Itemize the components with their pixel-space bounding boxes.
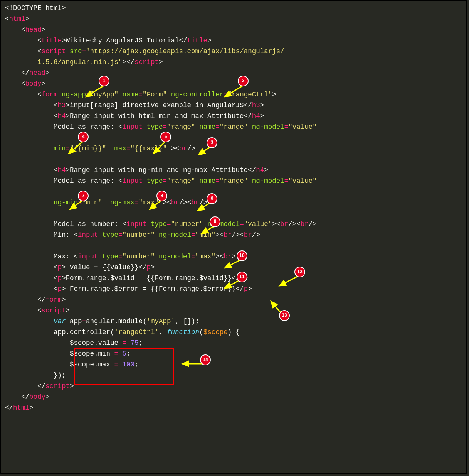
code-line: </body> [5,392,462,402]
code-line: <h4>Range input with html min and max At… [5,111,462,122]
code-line [5,186,462,197]
code-line: <p> value = {{value}}</p> [5,262,462,273]
code-line: <body> [5,78,462,89]
code-line: </html> [5,402,462,413]
code-line: $scope.max = 100; [5,359,462,370]
code-line: <script src="https://ajax.googleapis.com… [5,46,462,57]
code-line: <script> [5,305,462,316]
code-line [5,240,462,251]
code-line: $scope.value = 75; [5,338,462,348]
code-line: <html> [5,14,462,24]
code-line: </head> [5,68,462,78]
code-line: </form> [5,294,462,305]
code-line: Max: <input type="number" ng-model="max"… [5,251,462,262]
code-screenshot: <!DOCTYPE html> <html> <head> <title>Wik… [0,0,467,474]
code-line: <title>Wikitechy AngularJS Tutorial</tit… [5,35,462,46]
code-line: <p>Form.range.$valid = {{Form.range.$val… [5,273,462,284]
code-line: app.controller('rangeCtrl', function($sc… [5,327,462,338]
code-line: var app=angular.module('myApp', []); [5,316,462,327]
code-line: Model as range: <input type="range" name… [5,176,462,186]
code-line: }); [5,370,462,381]
code-line: <form ng-app="myApp" name="Form" ng-cont… [5,89,462,100]
code-line: <p> Form.range.$error = {{Form.range.$er… [5,284,462,294]
code-line: Model as range: <input type="range" name… [5,122,462,132]
code-line: 1.5.6/angular.min.js"></script> [5,57,462,68]
code-line: <h4>Range input with ng-min and ng-max A… [5,165,462,176]
code-line: Min: <input type="number" ng-model="min"… [5,230,462,240]
code-block: <!DOCTYPE html> <html> <head> <title>Wik… [1,1,466,417]
code-line: <h3>input[range] directive example in An… [5,100,462,111]
code-line: <!DOCTYPE html> [5,3,462,14]
code-line: $scope.min = 5; [5,348,462,359]
code-line: </script> [5,381,462,392]
code-line: ng-min="min" ng-max="max" ><br/><br/> [5,197,462,208]
code-line: Model as number: <input type="number" ng… [5,219,462,230]
code-line: min="{{min}}" max="{{max}}" ><br/> [5,143,462,154]
code-line [5,154,462,165]
code-line: <head> [5,24,462,35]
code-line [5,208,462,219]
code-line [5,132,462,143]
